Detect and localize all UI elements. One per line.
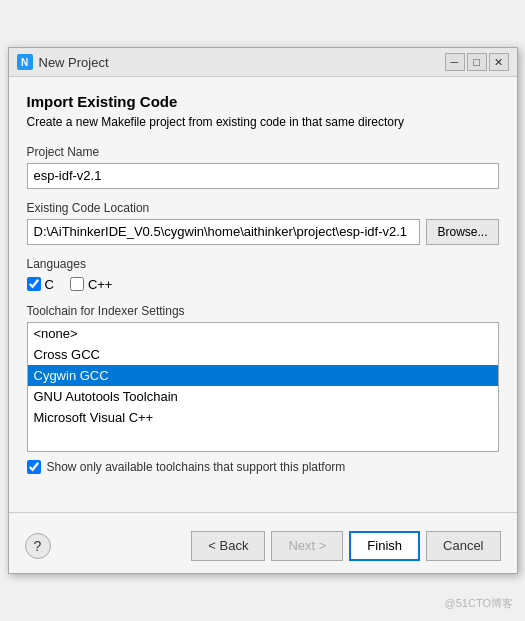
back-button[interactable]: < Back (191, 531, 265, 561)
footer-buttons: < Back Next > Finish Cancel (191, 531, 500, 561)
close-button[interactable]: ✕ (489, 53, 509, 71)
help-button[interactable]: ? (25, 533, 51, 559)
footer-left: ? (25, 533, 192, 559)
languages-section: Languages C C++ (27, 257, 499, 292)
c-label: C (45, 277, 54, 292)
title-bar: N New Project ─ □ ✕ (9, 48, 517, 77)
project-name-input[interactable] (27, 163, 499, 189)
cpp-language-item[interactable]: C++ (70, 277, 113, 292)
toolchain-item-cross-gcc[interactable]: Cross GCC (28, 344, 498, 365)
toolchain-item-gnu-autotools[interactable]: GNU Autotools Toolchain (28, 386, 498, 407)
cpp-checkbox[interactable] (70, 277, 84, 291)
toolchain-section: Toolchain for Indexer Settings <none> Cr… (27, 304, 499, 474)
divider (9, 512, 517, 513)
languages-label: Languages (27, 257, 499, 271)
section-title: Import Existing Code (27, 93, 499, 110)
new-project-dialog: N New Project ─ □ ✕ Import Existing Code… (8, 47, 518, 574)
toolchain-item-msvc[interactable]: Microsoft Visual C++ (28, 407, 498, 428)
next-button[interactable]: Next > (271, 531, 343, 561)
cpp-label: C++ (88, 277, 113, 292)
toolchain-item-none[interactable]: <none> (28, 323, 498, 344)
footer: ? < Back Next > Finish Cancel (9, 523, 517, 573)
watermark: @51CTO博客 (445, 596, 513, 611)
show-only-row: Show only available toolchains that supp… (27, 460, 499, 474)
toolchain-label: Toolchain for Indexer Settings (27, 304, 499, 318)
title-bar-buttons: ─ □ ✕ (445, 53, 509, 71)
show-only-label: Show only available toolchains that supp… (47, 460, 346, 474)
code-location-label: Existing Code Location (27, 201, 499, 215)
dialog-body: Import Existing Code Create a new Makefi… (9, 77, 517, 500)
maximize-button[interactable]: □ (467, 53, 487, 71)
dialog-title: New Project (39, 55, 439, 70)
code-location-input[interactable] (27, 219, 421, 245)
browse-button[interactable]: Browse... (426, 219, 498, 245)
languages-checkboxes: C C++ (27, 277, 499, 292)
finish-button[interactable]: Finish (349, 531, 420, 561)
c-language-item[interactable]: C (27, 277, 54, 292)
toolchain-item-cygwin-gcc[interactable]: Cygwin GCC (28, 365, 498, 386)
c-checkbox[interactable] (27, 277, 41, 291)
section-description: Create a new Makefile project from exist… (27, 114, 499, 131)
project-name-label: Project Name (27, 145, 499, 159)
minimize-button[interactable]: ─ (445, 53, 465, 71)
code-location-row: Browse... (27, 219, 499, 245)
dialog-icon: N (17, 54, 33, 70)
cancel-button[interactable]: Cancel (426, 531, 500, 561)
show-only-checkbox[interactable] (27, 460, 41, 474)
toolchain-list[interactable]: <none> Cross GCC Cygwin GCC GNU Autotool… (27, 322, 499, 452)
